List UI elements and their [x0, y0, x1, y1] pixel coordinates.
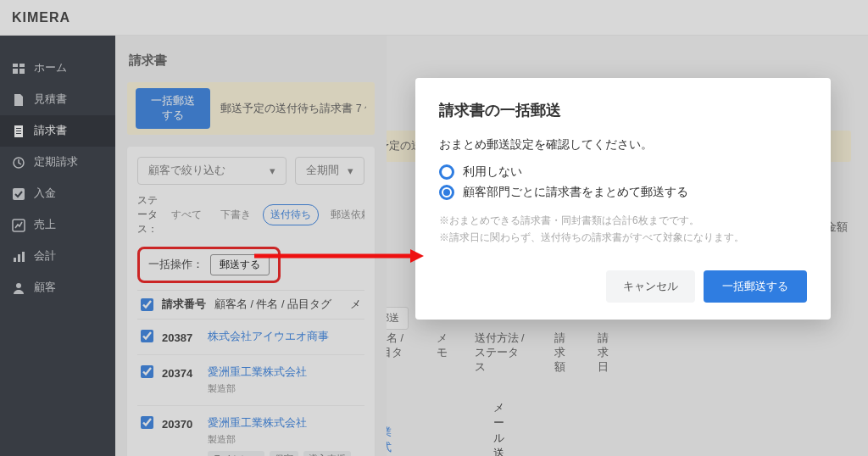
radio-option-group[interactable]: 顧客部門ごとに請求書をまとめて郵送する: [439, 185, 807, 200]
modal-actions: キャンセル 一括郵送する: [439, 270, 807, 303]
cancel-button[interactable]: キャンセル: [606, 270, 695, 303]
modal-title: 請求書の一括郵送: [439, 100, 807, 120]
radio-icon: [439, 164, 454, 180]
submit-button[interactable]: 一括郵送する: [704, 270, 807, 303]
modal-note-line: ※おまとめできる請求書・同封書類は合計6枚までです。: [439, 212, 807, 229]
modal-note-line: ※請求日に関わらず、送付待ちの請求書がすべて対象になります。: [439, 229, 807, 246]
bulk-mail-modal: 請求書の一括郵送 おまとめ郵送設定を確認してください。 利用しない 顧客部門ごと…: [415, 78, 831, 320]
radio-icon: [439, 185, 454, 200]
radio-label: 利用しない: [463, 164, 522, 180]
modal-notes: ※おまとめできる請求書・同封書類は合計6枚までです。 ※請求日に関わらず、送付待…: [439, 212, 807, 247]
radio-label: 顧客部門ごとに請求書をまとめて郵送する: [463, 185, 688, 200]
modal-subtitle: おまとめ郵送設定を確認してください。: [439, 137, 807, 153]
radio-option-none[interactable]: 利用しない: [439, 164, 807, 180]
